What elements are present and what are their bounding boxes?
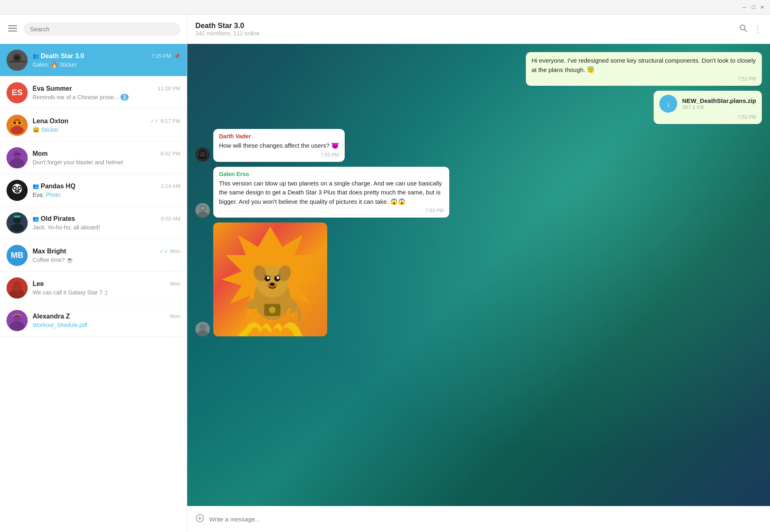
file-name: NEW_DeathStar.plans.zip (682, 97, 756, 104)
avatar-galen-erso (195, 203, 210, 218)
group-icon: 👥 (33, 216, 39, 222)
chat-info-eva-summer: Eva Summer 11:28 PM Reminds me of a Chin… (33, 85, 180, 100)
avatar-eva-summer: ES (7, 82, 28, 103)
message-sent-2: ↓ NEW_DeathStar.plans.zip 387.1 KB 7:52 … (195, 91, 762, 124)
svg-rect-40 (200, 155, 205, 157)
svg-line-35 (745, 30, 747, 32)
chat-info-lee: Lee Mon We can call it Galaxy Star 7 ;) (33, 280, 180, 296)
message-time: 7:52 PM (532, 76, 756, 82)
group-icon: 👥 (33, 183, 39, 189)
chat-info-alexandra-z: Alexandra Z Mon Workout_Shedule.pdf (33, 313, 180, 328)
chat-info-lena-oxton: Lena Oxton ✓✓ 9:17 PM 😀 Sticker (33, 118, 180, 133)
double-tick-icon: ✓✓ (160, 248, 168, 254)
svg-rect-0 (8, 25, 17, 26)
svg-rect-1 (8, 28, 17, 29)
chat-item-death-star[interactable]: 👥 Death Star 3.0 7:15 PM 📌 Galen: 🔥 Stic… (0, 44, 187, 76)
avatar-mom (7, 147, 28, 168)
chat-item-alexandra-z[interactable]: Alexandra Z Mon Workout_Shedule.pdf (0, 304, 187, 337)
avatar-old-pirates (7, 212, 28, 233)
svg-point-26 (11, 224, 24, 232)
avatar-death-star (7, 50, 28, 71)
avatar-lee (7, 277, 28, 299)
chat-header-info: Death Star 3.0 242 members, 112 online (195, 22, 733, 37)
sticker-svg (213, 222, 327, 336)
message-time: 7:53 PM (219, 208, 444, 214)
more-options-button[interactable]: ⋮ (754, 24, 762, 34)
avatar-max-bright: MB (7, 245, 28, 266)
maximize-button[interactable]: ☐ (750, 4, 756, 10)
chat-time: 7:15 PM (151, 53, 171, 59)
chat-preview: Galen: 🔥 Sticker (33, 61, 180, 68)
chat-item-lena-oxton[interactable]: Lena Oxton ✓✓ 9:17 PM 😀 Sticker (0, 109, 187, 142)
unread-badge: 2 (120, 94, 129, 100)
download-icon[interactable]: ↓ (659, 95, 677, 113)
svg-point-11 (13, 122, 16, 124)
minimize-button[interactable]: ─ (742, 4, 747, 10)
sticker-message (195, 222, 762, 336)
svg-rect-27 (14, 216, 20, 218)
chat-item-eva-summer[interactable]: ES Eva Summer 11:28 PM Reminds me of a C… (0, 76, 187, 109)
sticker-image (213, 222, 327, 336)
message-bubble-sent: Hi everyone. I've redesigned some key st… (526, 52, 762, 86)
message-input-area (187, 506, 770, 532)
sidebar-header (0, 15, 187, 44)
header-actions: ⋮ (739, 24, 762, 34)
svg-point-64 (269, 307, 276, 313)
chat-item-lee[interactable]: Lee Mon We can call it Galaxy Star 7 ;) (0, 272, 187, 304)
menu-button[interactable] (7, 24, 19, 35)
chat-info-death-star: 👥 Death Star 3.0 7:15 PM 📌 Galen: 🔥 Stic… (33, 52, 180, 68)
sender-name-galen: Galen Erso (219, 171, 444, 177)
avatar-alexandra-z (7, 310, 28, 331)
svg-point-20 (14, 187, 16, 189)
svg-point-46 (199, 324, 206, 330)
chat-info-mom: Mom 8:02 PM Don't forget your blaster an… (33, 150, 180, 166)
chat-list: 👥 Death Star 3.0 7:15 PM 📌 Galen: 🔥 Stic… (0, 44, 187, 532)
svg-point-5 (15, 56, 19, 60)
message-time: 7:52 PM (659, 114, 756, 120)
file-attachment: ↓ NEW_DeathStar.plans.zip 387.1 KB (659, 95, 756, 113)
file-info: NEW_DeathStar.plans.zip 387.1 KB (682, 97, 756, 110)
search-input[interactable] (24, 22, 180, 36)
chat-item-max-bright[interactable]: MB Max Bright ✓✓ Mon Coffee time? ☕ (0, 239, 187, 272)
chat-name-label: Death Star 3.0 (41, 52, 84, 60)
file-size: 387.1 KB (682, 104, 756, 110)
svg-point-15 (10, 159, 24, 168)
sender-name-darth: Darth Vader (219, 133, 339, 140)
message-received-4: Galen Erso This version can blow up two … (195, 167, 762, 218)
svg-point-33 (10, 321, 24, 331)
message-bubble-file: ↓ NEW_DeathStar.plans.zip 387.1 KB 7:52 … (654, 91, 762, 124)
avatar-sticker-sender (195, 322, 210, 336)
attach-button[interactable] (195, 514, 204, 525)
chat-item-pandas-hq[interactable]: 👥 Pandas HQ 1:14 AM Eva: Photo (0, 174, 187, 207)
search-button[interactable] (739, 24, 747, 34)
chat-item-old-pirates[interactable]: 👥 Old Pirates 0:02 AM Jack: Yo-ho-ho, al… (0, 207, 187, 239)
message-text: Hi everyone. I've redesigned some key st… (532, 56, 756, 74)
svg-point-12 (18, 122, 21, 124)
message-sent-1: Hi everyone. I've redesigned some key st… (195, 52, 762, 86)
chat-info-old-pirates: 👥 Old Pirates 0:02 AM Jack: Yo-ho-ho, al… (33, 215, 180, 231)
sidebar: 👥 Death Star 3.0 7:15 PM 📌 Galen: 🔥 Stic… (0, 15, 187, 532)
avatar-darth-vader (195, 147, 210, 162)
group-icon: 👥 (33, 53, 39, 59)
messages-area: Hi everyone. I've redesigned some key st… (187, 44, 770, 506)
svg-point-21 (19, 187, 21, 189)
svg-point-58 (270, 283, 275, 286)
chat-item-mom[interactable]: Mom 8:02 PM Don't forget your blaster an… (0, 142, 187, 174)
chat-info-max-bright: Max Bright ✓✓ Mon Coffee time? ☕ (33, 248, 180, 263)
close-button[interactable]: ✕ (759, 4, 765, 10)
chat-header: Death Star 3.0 242 members, 112 online ⋮ (187, 15, 770, 44)
svg-point-23 (15, 190, 19, 192)
double-tick-icon: ✓✓ (150, 118, 159, 124)
chat-info-pandas-hq: 👥 Pandas HQ 1:14 AM Eva: Photo (33, 183, 180, 198)
window-chrome: ─ ☐ ✕ (0, 0, 770, 15)
message-bubble-received-galen: Galen Erso This version can blow up two … (213, 167, 449, 218)
svg-point-9 (11, 126, 24, 134)
message-input[interactable] (209, 516, 762, 523)
pinned-icon: 📌 (173, 53, 180, 59)
app-container: 👥 Death Star 3.0 7:15 PM 📌 Galen: 🔥 Stic… (0, 15, 770, 532)
svg-rect-2 (8, 31, 17, 32)
chat-header-subtitle: 242 members, 112 online (195, 30, 733, 37)
svg-point-56 (277, 277, 279, 279)
message-time: 7:53 PM (219, 152, 339, 158)
message-text: This version can blow up two planets on … (219, 179, 444, 207)
